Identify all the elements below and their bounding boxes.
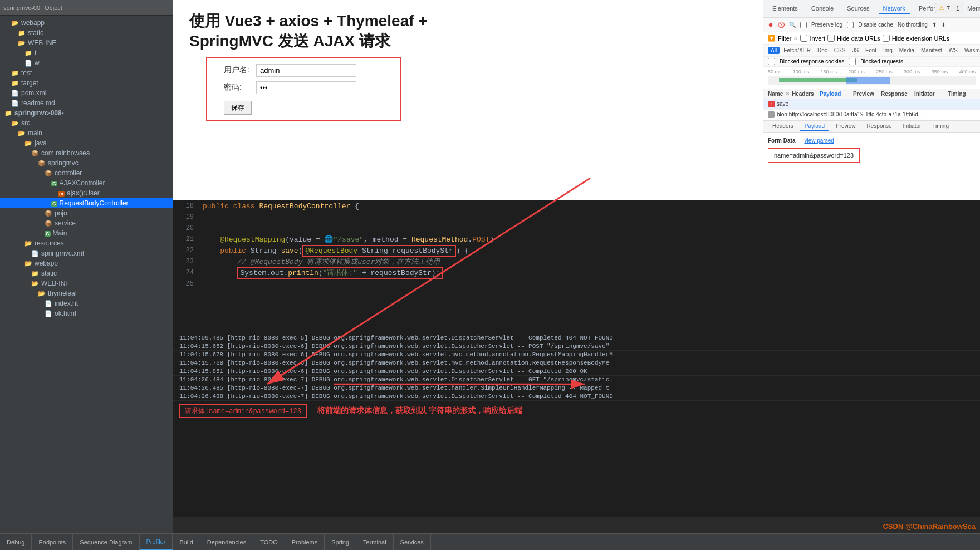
- line-number: 24: [177, 269, 194, 277]
- blocked-requests-checkbox[interactable]: [849, 58, 856, 65]
- col-payload-header: Payload: [820, 91, 853, 97]
- tree-item-pom-xml[interactable]: 📄pom.xml: [0, 88, 173, 98]
- ide-toolbar: springmvc-00 Object: [0, 0, 173, 16]
- type-chip-all[interactable]: All: [768, 47, 780, 54]
- devtools-tab-console[interactable]: Console: [807, 3, 838, 14]
- status-tab-endpoints[interactable]: Endpoints: [32, 534, 73, 550]
- detail-tab-timing[interactable]: Timing: [928, 122, 953, 131]
- tree-item-ajax---User[interactable]: majax():User: [0, 188, 173, 198]
- detail-tab-initiator[interactable]: Initiator: [899, 122, 926, 131]
- disable-cache-checkbox[interactable]: [847, 22, 854, 28]
- folder-icon: 📁: [11, 80, 19, 87]
- folder-icon: 📂: [24, 240, 32, 247]
- detail-tab-payload[interactable]: Payload: [800, 122, 829, 131]
- tree-item-static[interactable]: 📁static: [0, 28, 173, 38]
- tree-item-pojo[interactable]: 📦pojo: [0, 208, 173, 218]
- tree-item-springmvc-xml[interactable]: 📄springmvc.xml: [0, 248, 173, 258]
- line-number: 23: [177, 258, 194, 266]
- status-tab-spring[interactable]: Spring: [325, 534, 356, 550]
- project-icon: 📁: [4, 110, 12, 117]
- devtools-filter-bar: 🔽 Filter ✕ Invert Hide data URLs Hide ex…: [763, 32, 980, 45]
- invert-close-icon[interactable]: ✕: [793, 36, 798, 41]
- status-tab-todo[interactable]: TODO: [253, 534, 285, 550]
- status-tab-debug[interactable]: Debug: [0, 534, 32, 550]
- devtools-tab-sources[interactable]: Sources: [842, 3, 874, 14]
- type-chip-js[interactable]: JS: [849, 47, 861, 54]
- tree-item-w[interactable]: 📄w: [0, 58, 173, 68]
- type-chip-css[interactable]: CSS: [831, 47, 849, 54]
- tree-item-springmvc[interactable]: 📦springmvc: [0, 158, 173, 168]
- blocked-cookies-checkbox[interactable]: [768, 58, 775, 65]
- devtools-tab-elements[interactable]: Elements: [768, 3, 802, 14]
- password-input[interactable]: [256, 81, 356, 94]
- status-tab-build[interactable]: Build: [173, 534, 200, 550]
- type-chip-img[interactable]: Img: [880, 47, 895, 54]
- status-tab-terminal[interactable]: Terminal: [356, 534, 394, 550]
- close-filter-icon[interactable]: ✕: [785, 91, 790, 97]
- preserve-log-checkbox[interactable]: [800, 22, 807, 28]
- type-chip-media[interactable]: Media: [896, 47, 917, 54]
- detail-tab-preview[interactable]: Preview: [831, 122, 860, 131]
- tree-item-test[interactable]: 📁test: [0, 68, 173, 78]
- network-row-blob[interactable]: blob:http://localhost:8080/10a4fa19-1ffc…: [763, 110, 980, 120]
- invert-checkbox[interactable]: [800, 35, 807, 42]
- tree-item-index-ht[interactable]: 📄index.ht: [0, 298, 173, 308]
- type-chip-fetch/xhr[interactable]: Fetch/XHR: [781, 47, 814, 54]
- type-chip-wasm[interactable]: Wasm: [962, 47, 980, 54]
- class-icon: C: [51, 200, 57, 207]
- tree-item-WEB-INF[interactable]: 📂WEB-INF: [0, 278, 173, 288]
- clear-icon[interactable]: 🚫: [778, 22, 785, 28]
- detail-tabs: HeadersPayloadPreviewResponseInitiatorTi…: [763, 121, 980, 133]
- tree-item-RequestBodyController[interactable]: CRequestBodyController: [0, 198, 173, 208]
- tree-item-readme-md[interactable]: 📄readme.md: [0, 98, 173, 108]
- network-row-save[interactable]: ↑ save: [763, 99, 980, 110]
- tree-item-AJAXController[interactable]: CAJAXController: [0, 178, 173, 188]
- detail-tab-headers[interactable]: Headers: [768, 122, 798, 131]
- detail-tab-response[interactable]: Response: [863, 122, 896, 131]
- status-tab-sequence-diagram[interactable]: Sequence Diagram: [73, 534, 139, 550]
- status-tab-problems[interactable]: Problems: [285, 534, 325, 550]
- tree-item-controller[interactable]: 📦controller: [0, 168, 173, 178]
- tree-item-webapp[interactable]: 📂webapp: [0, 18, 173, 28]
- tree-item-Main[interactable]: CMain: [0, 228, 173, 238]
- tree-item-java[interactable]: 📂java: [0, 138, 173, 148]
- download-icon[interactable]: ⬇: [941, 22, 945, 28]
- tree-item-com-rainbowsea[interactable]: 📦com.rainbowsea: [0, 148, 173, 158]
- status-tab-profiler[interactable]: Profiler: [140, 534, 173, 550]
- hide-extension-urls-checkbox[interactable]: [883, 35, 890, 42]
- record-icon[interactable]: ⏺: [768, 22, 773, 28]
- tree-item-ok-html[interactable]: 📄ok.html: [0, 308, 173, 318]
- line-number: 18: [177, 202, 194, 210]
- tree-item-t[interactable]: 📁t: [0, 48, 173, 58]
- hide-data-urls-checkbox[interactable]: [827, 35, 835, 42]
- devtools-tab-memory[interactable]: Memory: [963, 3, 980, 14]
- tree-item-resources[interactable]: 📂resources: [0, 238, 173, 248]
- tree-item-target[interactable]: 📁target: [0, 78, 173, 88]
- tree-item-springmvc-008-[interactable]: 📁springmvc-008-: [0, 108, 173, 118]
- view-parsed-link[interactable]: view parsed: [804, 138, 834, 144]
- tree-item-static[interactable]: 📁static: [0, 268, 173, 278]
- search-icon[interactable]: 🔍: [789, 22, 796, 28]
- tree-item-thymeleaf[interactable]: 📂thymeleaf: [0, 288, 173, 298]
- type-chip-ws[interactable]: WS: [946, 47, 961, 54]
- tree-item-src[interactable]: 📂src: [0, 118, 173, 128]
- devtools-tab-network[interactable]: Network: [879, 3, 910, 14]
- tree-item-main[interactable]: 📂main: [0, 128, 173, 138]
- upload-icon[interactable]: ⬆: [932, 22, 937, 28]
- type-chip-manifest[interactable]: Manifest: [918, 47, 945, 54]
- type-chip-doc[interactable]: Doc: [815, 47, 830, 54]
- username-input[interactable]: [256, 64, 356, 77]
- tree-item-service[interactable]: 📦service: [0, 218, 173, 228]
- save-button[interactable]: 保存: [224, 101, 252, 115]
- status-tab-services[interactable]: Services: [394, 534, 431, 550]
- detail-content: Form Data view parsed name=admin&passwor…: [763, 133, 980, 167]
- throttling-select[interactable]: No throttling: [898, 22, 928, 28]
- type-chip-font[interactable]: Font: [863, 47, 879, 54]
- status-tab-dependencies[interactable]: Dependencies: [200, 534, 253, 550]
- username-label: 用户名:: [224, 65, 252, 75]
- tree-item-WEB-INF[interactable]: 📂WEB-INF: [0, 38, 173, 48]
- tree-item-webapp[interactable]: 📂webapp: [0, 258, 173, 268]
- timeline-label: 400 ms: [959, 69, 976, 75]
- filter-icon[interactable]: 🔽: [768, 35, 776, 42]
- hide-extension-urls-label: Hide extension URLs: [892, 35, 949, 42]
